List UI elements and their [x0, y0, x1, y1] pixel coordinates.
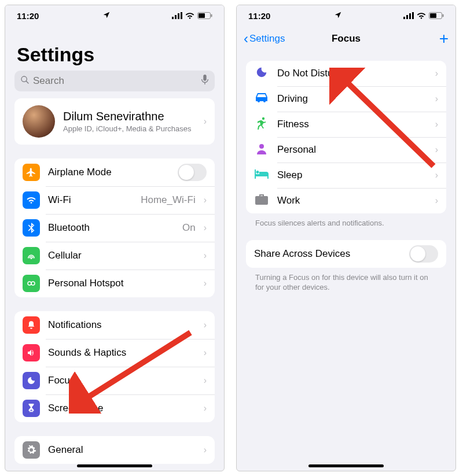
- svg-point-12: [31, 282, 35, 285]
- cellular-signal-icon: [403, 12, 414, 19]
- svg-rect-6: [211, 14, 212, 17]
- chevron-right-icon: ›: [435, 170, 438, 180]
- share-across-devices-row[interactable]: Share Across Devices: [246, 240, 446, 268]
- add-button[interactable]: +: [439, 31, 449, 47]
- personal-row[interactable]: Personal ›: [246, 137, 446, 163]
- hotspot-row[interactable]: Personal Hotspot ›: [14, 270, 215, 297]
- svg-point-11: [28, 282, 31, 285]
- hotspot-icon: [23, 275, 40, 292]
- bluetooth-row[interactable]: Bluetooth On ›: [14, 214, 215, 242]
- wifi-icon: [416, 12, 427, 19]
- work-row[interactable]: Work ›: [246, 188, 446, 213]
- svg-rect-16: [409, 13, 411, 19]
- nav-bar: ‹ Settings Focus +: [237, 26, 455, 51]
- svg-rect-9: [203, 75, 206, 81]
- chevron-right-icon: ›: [435, 119, 438, 130]
- general-row[interactable]: General ›: [14, 436, 215, 464]
- svg-rect-14: [403, 17, 405, 19]
- chevron-right-icon: ›: [435, 94, 438, 104]
- focus-caption: Focus silences alerts and notifications.: [237, 218, 455, 240]
- mic-icon[interactable]: [201, 75, 209, 87]
- page-title: Settings: [5, 26, 224, 71]
- search-icon: [20, 75, 30, 87]
- svg-rect-5: [199, 13, 205, 18]
- cellular-icon: [23, 247, 40, 264]
- share-toggle[interactable]: [409, 245, 438, 263]
- svg-point-21: [262, 117, 264, 120]
- sleep-row[interactable]: Sleep ›: [246, 163, 446, 188]
- chevron-right-icon: ›: [204, 223, 207, 233]
- cellular-row[interactable]: Cellular ›: [14, 242, 215, 270]
- battery-icon: [429, 12, 444, 19]
- wifi-icon: [185, 12, 195, 19]
- chevron-right-icon: ›: [204, 278, 207, 289]
- status-time: 11:20: [17, 11, 39, 21]
- focus-screen: 11:20 ‹ Settings Focus +: [236, 5, 456, 471]
- svg-line-8: [26, 81, 28, 83]
- home-indicator[interactable]: [308, 464, 384, 467]
- svg-rect-1: [175, 15, 177, 19]
- chevron-right-icon: ›: [204, 250, 207, 261]
- apple-id-row[interactable]: Dilum Senevirathne Apple ID, iCloud+, Me…: [14, 98, 215, 145]
- chevron-right-icon: ›: [435, 68, 438, 79]
- speaker-icon: [23, 344, 40, 361]
- bluetooth-icon: [23, 219, 40, 237]
- svg-rect-3: [181, 12, 182, 19]
- driving-row[interactable]: Driving ›: [246, 86, 446, 112]
- svg-rect-15: [406, 15, 408, 19]
- svg-rect-2: [178, 13, 179, 19]
- airplane-toggle[interactable]: [178, 164, 207, 181]
- screentime-row[interactable]: Screen Time ›: [14, 394, 215, 422]
- focus-row[interactable]: Focus ›: [14, 367, 215, 394]
- moon-icon: [23, 372, 40, 389]
- wifi-settings-icon: [23, 191, 40, 209]
- fitness-row[interactable]: Fitness ›: [246, 112, 446, 137]
- hourglass-icon: [23, 400, 40, 417]
- airplane-mode-row[interactable]: Airplane Mode: [14, 158, 215, 186]
- chevron-right-icon: ›: [204, 445, 207, 455]
- chevron-right-icon: ›: [435, 195, 438, 206]
- chevron-right-icon: ›: [204, 320, 207, 330]
- settings-screen: 11:20 Settings: [5, 5, 225, 471]
- cellular-signal-icon: [172, 12, 182, 19]
- location-icon: [334, 11, 342, 21]
- chevron-right-icon: ›: [204, 116, 207, 127]
- svg-rect-17: [412, 12, 414, 19]
- profile-name: Dilum Senevirathne: [63, 110, 196, 123]
- airplane-icon: [23, 164, 40, 181]
- chevron-right-icon: ›: [204, 348, 207, 358]
- dnd-row[interactable]: Do Not Disturb ›: [246, 61, 446, 86]
- running-icon: [254, 117, 269, 132]
- wifi-row[interactable]: Wi-Fi Home_Wi-Fi ›: [14, 186, 215, 214]
- gear-icon: [23, 441, 40, 459]
- briefcase-icon: [254, 194, 269, 207]
- search-field[interactable]: [14, 71, 215, 91]
- bell-icon: [23, 316, 40, 334]
- moon-icon: [254, 66, 269, 81]
- share-caption: Turning a Focus on for this device will …: [237, 272, 455, 304]
- bed-icon: [254, 169, 269, 181]
- battery-icon: [197, 12, 212, 19]
- wifi-value: Home_Wi-Fi: [141, 194, 195, 206]
- svg-point-22: [259, 144, 264, 149]
- notifications-row[interactable]: Notifications ›: [14, 311, 215, 339]
- status-bar: 11:20: [237, 5, 455, 26]
- status-bar: 11:20: [5, 5, 224, 26]
- home-indicator[interactable]: [77, 464, 152, 467]
- chevron-right-icon: ›: [204, 403, 207, 414]
- avatar: [23, 105, 55, 138]
- car-icon: [254, 93, 269, 105]
- location-icon: [102, 11, 111, 21]
- chevron-right-icon: ›: [435, 145, 438, 155]
- svg-rect-19: [430, 13, 436, 18]
- svg-rect-0: [172, 17, 174, 19]
- chevron-right-icon: ›: [204, 375, 207, 386]
- chevron-right-icon: ›: [204, 195, 207, 205]
- sounds-row[interactable]: Sounds & Haptics ›: [14, 339, 215, 367]
- person-icon: [254, 143, 269, 157]
- profile-subtitle: Apple ID, iCloud+, Media & Purchases: [63, 124, 196, 133]
- search-input[interactable]: [33, 75, 197, 87]
- status-time: 11:20: [248, 11, 270, 21]
- back-button[interactable]: ‹ Settings: [244, 31, 285, 47]
- svg-rect-20: [443, 14, 444, 17]
